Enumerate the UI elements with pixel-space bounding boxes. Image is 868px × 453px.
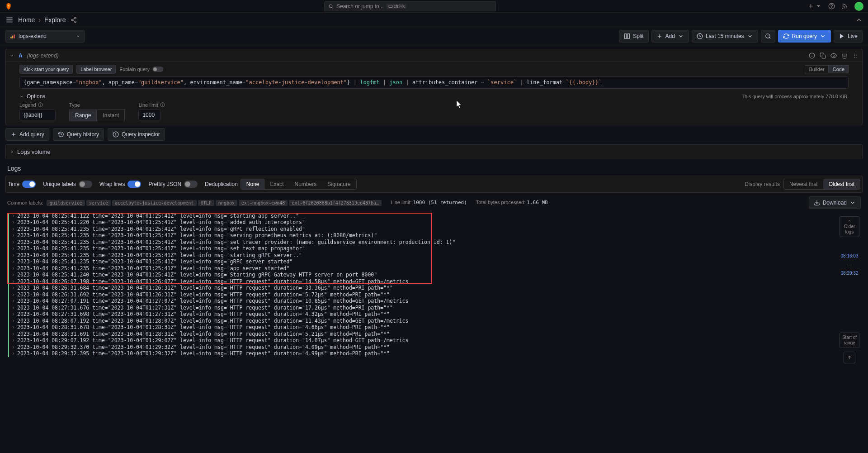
label-tag[interactable]: ext-nngbox-ewo48 (239, 200, 288, 206)
label-tag[interactable]: ext-6f2620868b1f4f278319ed437ba… (289, 200, 382, 206)
chevron-up-icon[interactable] (855, 16, 863, 24)
options-label[interactable]: Options (27, 93, 45, 100)
chevron-right-icon[interactable]: › (12, 337, 15, 344)
label-tag[interactable]: accelbyte-justice-development (112, 200, 197, 206)
chevron-right-icon[interactable]: › (12, 252, 15, 259)
log-line[interactable]: ›2023-10-04 08:25:41.235 time="2023-10-0… (7, 265, 838, 272)
time-toggle[interactable] (22, 181, 36, 188)
share-icon[interactable] (71, 17, 77, 23)
log-line[interactable]: ›2023-10-04 08:28:31.678 time="2023-10-0… (7, 324, 838, 331)
unique-toggle[interactable] (79, 181, 92, 188)
log-line[interactable]: ›2023-10-04 08:26:31.684 time="2023-10-0… (7, 285, 838, 291)
chevron-right-icon[interactable]: › (12, 318, 15, 324)
log-line[interactable]: ›2023-10-04 08:25:41.235 time="2023-10-0… (7, 252, 838, 259)
info-icon[interactable] (38, 102, 43, 107)
chevron-right-icon[interactable]: › (12, 311, 15, 318)
live-button[interactable]: Live (834, 30, 863, 43)
chevron-right-icon[interactable]: › (12, 272, 15, 278)
dedup-signature[interactable]: Signature (322, 179, 356, 189)
chevron-right-icon[interactable]: › (12, 232, 15, 239)
query-inspector-button[interactable]: Query inspector (108, 128, 165, 141)
chevron-right-icon[interactable]: › (12, 285, 15, 291)
zoom-out-button[interactable] (761, 30, 775, 43)
chevron-right-icon[interactable]: › (12, 245, 15, 252)
search-input[interactable]: Search or jump to... ctrl+k (324, 1, 496, 11)
query-editor[interactable]: {game_namespace="nngbox", app_name="guil… (19, 76, 849, 89)
dedup-none[interactable]: None (241, 179, 265, 189)
label-tag[interactable]: service (86, 200, 111, 206)
chevron-down-icon[interactable] (9, 53, 14, 58)
breadcrumb-explore[interactable]: Explore (44, 16, 66, 24)
chevron-right-icon[interactable]: › (12, 226, 15, 233)
query-letter[interactable]: A (19, 52, 23, 59)
download-button[interactable]: Download (809, 196, 861, 209)
log-line[interactable]: ›2023-10-04 08:29:32.395 time="2023-10-0… (7, 350, 838, 357)
linelimit-input[interactable] (138, 110, 161, 120)
code-tab[interactable]: Code (829, 65, 849, 73)
run-query-button[interactable]: Run query (778, 30, 831, 43)
explain-toggle[interactable]: Explain query (119, 67, 163, 72)
plus-icon[interactable] (807, 3, 822, 10)
eye-icon[interactable] (830, 52, 837, 59)
scroll-top-button[interactable] (844, 352, 855, 363)
grafana-logo[interactable] (5, 2, 13, 10)
breadcrumb-home[interactable]: Home (18, 16, 35, 24)
chevron-right-icon[interactable]: › (12, 305, 15, 311)
trash-icon[interactable] (841, 52, 848, 59)
log-line[interactable]: ›2023-10-04 08:29:32.370 time="2023-10-0… (7, 344, 838, 351)
add-query-button[interactable]: Add query (5, 128, 49, 141)
log-line[interactable]: ›2023-10-04 08:28:07.192 time="2023-10-0… (7, 318, 838, 324)
log-line[interactable]: ›2023-10-04 08:26:31.692 time="2023-10-0… (7, 291, 838, 298)
help-icon[interactable] (828, 3, 835, 10)
info-icon[interactable] (160, 102, 165, 107)
log-line[interactable]: ›2023-10-04 08:25:41.235 time="2023-10-0… (7, 258, 838, 265)
logs-volume-header[interactable]: Logs volume (9, 148, 859, 155)
chevron-right-icon[interactable]: › (12, 298, 15, 305)
dedup-numbers[interactable]: Numbers (289, 179, 322, 189)
label-tag[interactable]: OTLP (198, 200, 214, 206)
chevron-right-icon[interactable]: › (12, 291, 15, 298)
type-instant[interactable]: Instant (97, 110, 125, 121)
log-line[interactable]: ›2023-10-04 08:28:31.691 time="2023-10-0… (7, 331, 838, 338)
chevron-right-icon[interactable]: › (12, 213, 15, 219)
start-range-button[interactable]: Start of range (840, 333, 859, 348)
log-line[interactable]: ›2023-10-04 08:25:41.122 time="2023-10-0… (7, 213, 838, 219)
oldest-first[interactable]: Oldest first (823, 179, 860, 189)
prettify-toggle[interactable] (184, 181, 198, 188)
menu-icon[interactable] (5, 16, 14, 24)
chevron-right-icon[interactable]: › (12, 239, 15, 246)
log-line[interactable]: ›2023-10-04 08:25:41.235 time="2023-10-0… (7, 245, 838, 252)
log-line[interactable]: ›2023-10-04 08:25:41.235 time="2023-10-0… (7, 232, 838, 239)
label-tag[interactable]: guildservice (47, 200, 85, 206)
log-line[interactable]: ›2023-10-04 08:25:41.240 time="2023-10-0… (7, 272, 838, 278)
copy-icon[interactable] (820, 52, 826, 59)
dedup-exact[interactable]: Exact (265, 179, 289, 189)
add-button[interactable]: Add (651, 30, 689, 43)
older-logs-button[interactable]: Older logs (840, 216, 859, 237)
log-line[interactable]: ›2023-10-04 08:26:07.198 time="2023-10-0… (7, 278, 838, 285)
log-line[interactable]: ›2023-10-04 08:27:31.676 time="2023-10-0… (7, 305, 838, 311)
kickstart-button[interactable]: Kick start your query (19, 65, 73, 74)
labelbrowser-button[interactable]: Label browser (76, 65, 116, 74)
chevron-right-icon[interactable]: › (12, 219, 15, 226)
chevron-right-icon[interactable]: › (12, 331, 15, 338)
log-line[interactable]: ›2023-10-04 08:27:31.698 time="2023-10-0… (7, 311, 838, 318)
builder-tab[interactable]: Builder (805, 65, 828, 73)
chevron-right-icon[interactable]: › (12, 350, 15, 357)
info-icon[interactable] (809, 52, 815, 59)
type-range[interactable]: Range (69, 110, 97, 121)
log-line[interactable]: ›2023-10-04 08:25:41.220 time="2023-10-0… (7, 219, 838, 226)
chevron-right-icon[interactable]: › (12, 258, 15, 265)
avatar[interactable] (854, 2, 863, 11)
log-line[interactable]: ›2023-10-04 08:27:07.191 time="2023-10-0… (7, 298, 838, 305)
chevron-down-icon[interactable] (19, 94, 24, 99)
rss-icon[interactable] (841, 3, 848, 10)
chevron-right-icon[interactable]: › (12, 265, 15, 272)
split-button[interactable]: Split (619, 30, 648, 43)
log-line[interactable]: ›2023-10-04 08:25:41.235 time="2023-10-0… (7, 226, 838, 233)
label-tag[interactable]: nngbox (216, 200, 237, 206)
wrap-toggle[interactable] (127, 181, 141, 188)
newest-first[interactable]: Newest first (784, 179, 823, 189)
chevron-right-icon[interactable]: › (12, 324, 15, 331)
chevron-right-icon[interactable]: › (12, 278, 15, 285)
